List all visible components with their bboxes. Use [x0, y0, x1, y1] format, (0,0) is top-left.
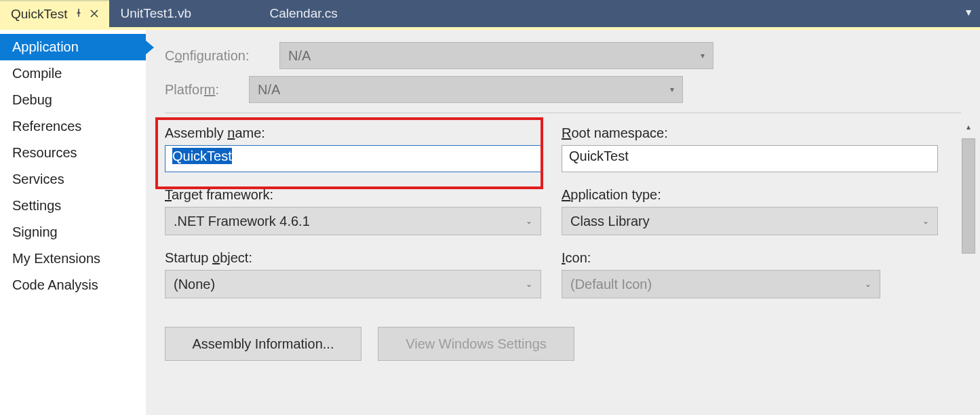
chevron-down-icon: ▾: [670, 85, 674, 94]
platform-select[interactable]: N/A ▾: [249, 76, 683, 103]
sidebar-item-debug[interactable]: Debug: [0, 87, 146, 113]
view-windows-settings-button: View Windows Settings: [378, 327, 574, 361]
chevron-down-icon: ⌄: [526, 279, 532, 289]
pin-icon[interactable]: [74, 8, 83, 20]
target-framework-value: .NET Framework 4.6.1: [174, 214, 310, 229]
sidebar-item-label: References: [12, 119, 81, 134]
sidebar-item-references[interactable]: References: [0, 113, 146, 140]
sidebar-item-compile[interactable]: Compile: [0, 60, 146, 87]
sidebar-item-signing[interactable]: Signing: [0, 219, 146, 245]
close-icon[interactable]: [90, 8, 98, 20]
platform-label: Platform:: [165, 82, 239, 98]
root-namespace-value: QuickTest: [569, 149, 629, 163]
chevron-down-icon: ⌄: [922, 216, 929, 226]
icon-value: (Default Icon): [570, 277, 652, 292]
tab-quicktest[interactable]: QuickTest: [0, 0, 109, 27]
assembly-name-value: QuickTest: [172, 148, 232, 164]
startup-object-value: (None): [174, 277, 215, 292]
application-panel: Configuration: N/A ▾ Platform: N/A ▾ Ass…: [146, 30, 980, 415]
sidebar-item-services[interactable]: Services: [0, 166, 146, 193]
sidebar-item-label: Compile: [12, 66, 62, 81]
sidebar-item-label: Application: [12, 39, 79, 54]
tab-label: Calendar.cs: [269, 6, 337, 21]
assembly-name-input[interactable]: QuickTest: [165, 145, 541, 172]
configuration-label: Configuration:: [165, 48, 270, 64]
icon-label: Icon:: [562, 250, 880, 266]
chevron-down-icon: ⌄: [865, 279, 871, 289]
target-framework-select[interactable]: .NET Framework 4.6.1 ⌄: [165, 207, 541, 235]
button-label: Assembly Information...: [193, 336, 334, 352]
sidebar-item-label: My Extensions: [12, 251, 100, 266]
sidebar-item-label: Resources: [12, 145, 77, 160]
chevron-down-icon: ⌄: [526, 216, 532, 226]
tab-label: QuickTest: [11, 7, 67, 22]
sidebar-item-application[interactable]: Application: [0, 34, 146, 60]
tab-label: UnitTest1.vb: [120, 6, 191, 21]
sidebar-item-my-extensions[interactable]: My Extensions: [0, 245, 146, 272]
sidebar-item-label: Settings: [12, 198, 61, 213]
scroll-thumb[interactable]: [962, 138, 975, 254]
application-type-value: Class Library: [570, 214, 650, 229]
properties-sidebar: Application Compile Debug References Res…: [0, 30, 146, 415]
sidebar-item-label: Services: [12, 172, 64, 186]
platform-value: N/A: [258, 82, 280, 98]
document-tabbar: QuickTest UnitTest1.vb Calendar.cs ▼: [0, 0, 980, 27]
root-namespace-input[interactable]: QuickTest: [562, 145, 938, 172]
divider: [165, 113, 961, 113]
startup-object-label: Startup object:: [165, 250, 541, 266]
root-namespace-label: Root namespace:: [562, 125, 938, 141]
tab-unittest1[interactable]: UnitTest1.vb: [109, 0, 258, 27]
assembly-name-label: Assembly name:: [165, 125, 541, 141]
tab-overflow-dropdown[interactable]: ▼: [964, 7, 973, 18]
sidebar-item-code-analysis[interactable]: Code Analysis: [0, 272, 146, 298]
startup-object-select[interactable]: (None) ⌄: [165, 270, 541, 298]
chevron-down-icon: ▾: [701, 51, 705, 60]
assembly-information-button[interactable]: Assembly Information...: [165, 327, 361, 361]
configuration-select[interactable]: N/A ▾: [279, 42, 713, 69]
application-type-label: Application type:: [562, 187, 938, 203]
target-framework-label: Target framework:: [165, 187, 541, 203]
configuration-value: N/A: [288, 48, 311, 64]
sidebar-item-label: Signing: [12, 224, 58, 239]
sidebar-item-label: Debug: [12, 92, 52, 107]
vertical-scrollbar[interactable]: ▴: [960, 118, 977, 410]
sidebar-item-label: Code Analysis: [12, 277, 98, 292]
sidebar-item-resources[interactable]: Resources: [0, 140, 146, 166]
tab-calendar[interactable]: Calendar.cs: [258, 0, 401, 27]
sidebar-item-settings[interactable]: Settings: [0, 193, 146, 219]
icon-select[interactable]: (Default Icon) ⌄: [562, 270, 880, 298]
scroll-up-arrow-icon[interactable]: ▴: [960, 118, 977, 136]
application-type-select[interactable]: Class Library ⌄: [562, 207, 938, 235]
button-label: View Windows Settings: [406, 336, 547, 352]
